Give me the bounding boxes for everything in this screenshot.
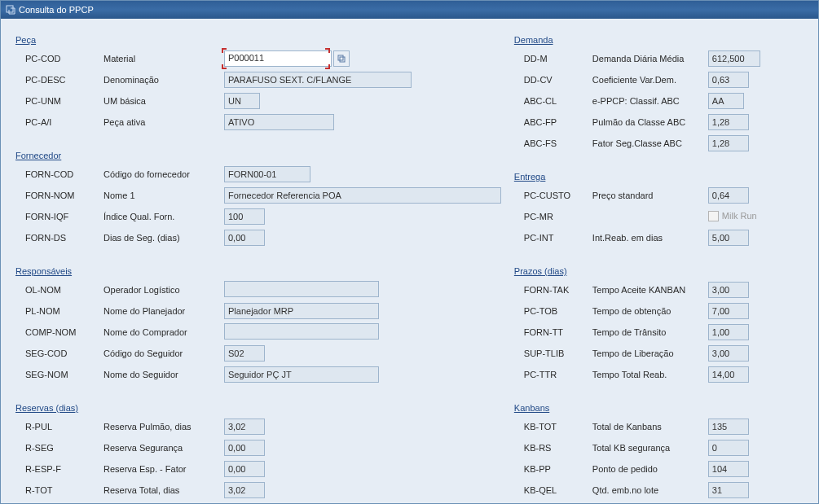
row-forn-nom: FORN-NOM Nome 1 Fornecedor Referencia PO… <box>15 186 506 204</box>
field-label: Reserva Pulmão, dias <box>103 422 224 432</box>
field-code: PC-DESC <box>15 75 103 85</box>
forn-nom-input[interactable]: Fornecedor Referencia POA <box>224 187 501 204</box>
abc-fs-input[interactable]: 1,28 <box>708 135 749 151</box>
field-label: Tempo Aceite KANBAN <box>592 285 708 295</box>
dd-m-input[interactable]: 612,500 <box>708 50 760 67</box>
field-label: Dias de Seg. (dias) <box>103 233 224 243</box>
required-marker-icon <box>325 48 330 53</box>
row-abc-cl: ABC-CL e-PPCP: Classif. ABC AA <box>514 92 804 110</box>
ativo-input[interactable]: ATIVO <box>224 114 334 130</box>
um-input[interactable]: UN <box>224 93 260 109</box>
row-forn-cod: FORN-COD Código do fornecedor FORN00-01 <box>15 165 506 183</box>
row-pl-nom: PL-NOM Nome do Planejador Planejador MRP <box>15 302 506 320</box>
field-code: KB-TOT <box>514 422 592 432</box>
section-demanda: Demanda <box>514 35 804 45</box>
comp-nom-input[interactable] <box>224 323 379 340</box>
abc-cl-input[interactable]: AA <box>708 93 744 109</box>
field-code: ABC-CL <box>514 96 592 106</box>
pl-nom-input[interactable]: Planejador MRP <box>224 303 379 319</box>
milkrun-checkbox[interactable] <box>708 211 719 221</box>
field-code: SEG-NOM <box>15 370 103 379</box>
field-code: R-ESP-F <box>15 464 103 474</box>
field-label: Demanda Diária Média <box>592 54 708 64</box>
field-code: KB-RS <box>514 443 592 453</box>
material-input[interactable]: P000011 <box>224 50 332 67</box>
forn-ds-input[interactable]: 0,00 <box>224 230 265 246</box>
right-column: Demanda DD-M Demanda Diária Média 612,50… <box>514 35 804 499</box>
field-label: Reserva Esp. - Fator <box>103 464 224 474</box>
section-fornecedor: Fornecedor <box>15 151 506 160</box>
field-code: OL-NOM <box>15 285 103 295</box>
material-field-wrap: P000011 <box>224 50 350 67</box>
forn-cod-input[interactable]: FORN00-01 <box>224 166 310 182</box>
kb-rs-input[interactable]: 0 <box>708 440 749 456</box>
field-label: Qtd. emb.no lote <box>592 485 708 495</box>
field-code: PL-NOM <box>15 306 103 316</box>
field-label: UM básica <box>103 96 224 106</box>
row-r-pul: R-PUL Reserva Pulmão, dias 3,02 <box>15 418 506 436</box>
forn-tt-input[interactable]: 1,00 <box>708 324 749 340</box>
row-forn-iqf: FORN-IQF Índice Qual. Forn. 100 <box>15 208 506 226</box>
row-pc-ttr: PC-TTR Tempo Total Reab. 14,00 <box>514 366 804 383</box>
field-label: Tempo de Liberação <box>592 348 708 358</box>
field-code: PC-TTR <box>514 370 592 379</box>
field-label: Coeficiente Var.Dem. <box>592 75 708 85</box>
forn-iqf-input[interactable]: 100 <box>224 208 265 225</box>
required-marker-icon <box>222 48 227 53</box>
pc-custo-input[interactable]: 0,64 <box>708 187 749 204</box>
required-marker-icon <box>325 64 330 69</box>
row-forn-tt: FORN-TT Tempo de Trânsito 1,00 <box>514 323 804 341</box>
field-label: Reserva Total, dias <box>103 485 224 495</box>
field-label: Índice Qual. Forn. <box>103 212 224 221</box>
row-pc-custo: PC-CUSTO Preço standard 0,64 <box>514 186 804 204</box>
row-abc-fp: ABC-FP Pulmão da Classe ABC 1,28 <box>514 113 804 131</box>
section-reservas: Reservas (dias) <box>15 403 506 413</box>
titlebar: Consulta do PPCP <box>1 1 818 19</box>
field-code: KB-QEL <box>514 485 592 495</box>
row-seg-nom: SEG-NOM Nome do Seguidor Seguidor PÇ JT <box>15 366 506 383</box>
section-peca: Peça <box>15 35 506 45</box>
row-r-seg: R-SEG Reserva Segurança 0,00 <box>15 439 506 457</box>
window-icon <box>6 5 15 15</box>
milkrun-label: Milk Run <box>722 211 757 221</box>
field-label: Nome 1 <box>103 191 224 200</box>
row-kb-qel: KB-QEL Qtd. emb.no lote 31 <box>514 481 804 499</box>
dialog-window: Consulta do PPCP Peça PC-COD Material P0… <box>0 0 819 504</box>
sup-tlib-input[interactable]: 3,00 <box>708 345 749 362</box>
field-code: R-PUL <box>15 422 103 432</box>
r-esp-f-input[interactable]: 0,00 <box>224 461 265 477</box>
window-title: Consulta do PPCP <box>19 5 94 15</box>
field-code: SUP-TLIB <box>514 348 592 358</box>
r-seg-input[interactable]: 0,00 <box>224 440 265 456</box>
row-r-tot: R-TOT Reserva Total, dias 3,02 <box>15 481 506 499</box>
dd-cv-input[interactable]: 0,63 <box>708 72 749 88</box>
forn-tak-input[interactable]: 3,00 <box>708 282 749 298</box>
field-code: PC-A/I <box>15 117 103 127</box>
field-code: PC-MR <box>514 212 592 221</box>
field-code: FORN-DS <box>15 233 103 243</box>
seg-nom-input[interactable]: Seguidor PÇ JT <box>224 366 379 383</box>
search-help-button[interactable] <box>333 50 350 67</box>
row-forn-tak: FORN-TAK Tempo Aceite KANBAN 3,00 <box>514 281 804 299</box>
denominacao-input[interactable]: PARAFUSO SEXT. C/FLANGE <box>224 72 412 88</box>
pc-tob-input[interactable]: 7,00 <box>708 303 749 319</box>
section-entrega: Entrega <box>514 172 804 182</box>
kb-tot-input[interactable]: 135 <box>708 419 749 435</box>
field-code: DD-CV <box>514 75 592 85</box>
pc-int-input[interactable]: 5,00 <box>708 230 749 246</box>
ol-nom-input[interactable] <box>224 281 379 297</box>
kb-qel-input[interactable]: 31 <box>708 482 749 498</box>
field-code: COMP-NOM <box>15 327 103 337</box>
row-kb-rs: KB-RS Total KB segurança 0 <box>514 439 804 457</box>
pc-ttr-input[interactable]: 14,00 <box>708 366 749 383</box>
row-comp-nom: COMP-NOM Nome do Comprador <box>15 323 506 341</box>
abc-fp-input[interactable]: 1,28 <box>708 114 749 130</box>
seg-cod-input[interactable]: S02 <box>224 345 265 362</box>
svg-rect-2 <box>340 57 345 62</box>
kb-pp-input[interactable]: 104 <box>708 461 749 477</box>
r-tot-input[interactable]: 3,02 <box>224 482 265 498</box>
row-ol-nom: OL-NOM Operador Logístico <box>15 281 506 299</box>
field-code: FORN-NOM <box>15 191 103 200</box>
field-code: R-SEG <box>15 443 103 453</box>
r-pul-input[interactable]: 3,02 <box>224 419 265 435</box>
